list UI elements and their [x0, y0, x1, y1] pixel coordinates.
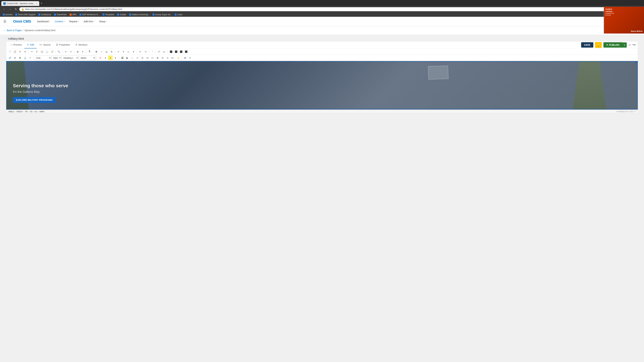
- new-document-button[interactable]: 📄: [8, 49, 12, 54]
- editor-content[interactable]: Serving those who serve It's the Gallena…: [6, 61, 638, 113]
- address-input[interactable]: [25, 8, 618, 10]
- indent-button[interactable]: ⇥: [143, 49, 148, 54]
- font-color-button[interactable]: A: [98, 55, 103, 60]
- bookmark-omni-support[interactable]: O Omni CMS Support: [14, 13, 36, 16]
- blockquote-button[interactable]: ": [150, 49, 155, 54]
- insert-pagebreak-button[interactable]: ↩: [135, 55, 140, 60]
- underline-button[interactable]: U: [104, 49, 109, 54]
- font-size-select[interactable]: 32px: [52, 55, 62, 60]
- accessibility-button[interactable]: ⊙: [165, 55, 170, 60]
- nav-addons[interactable]: Add-Ons ▾: [82, 19, 96, 24]
- insert-help-button[interactable]: ?: [28, 55, 32, 60]
- ordered-list-caret[interactable]: ▾: [131, 49, 136, 54]
- bookmark-gallena[interactable]: G Gallena University...: [128, 13, 150, 16]
- active-tab[interactable]: O Content Edit - /dynamic-conte... ×: [1, 1, 39, 6]
- align-left-button[interactable]: ⬛: [169, 49, 174, 54]
- hero-cta-button[interactable]: EXPLORE MILITARY PROGRAMS: [13, 97, 56, 103]
- redo-button[interactable]: ↪: [68, 49, 73, 54]
- tab-source[interactable]: <> Source: [37, 41, 53, 48]
- bookmark-templates[interactable]: T Templates: [101, 13, 116, 16]
- code-view-button[interactable]: <>: [150, 55, 155, 60]
- paste-text-button[interactable]: 📃: [44, 49, 49, 54]
- publish-dropdown-button[interactable]: ▾: [622, 42, 627, 48]
- nonbreaking-space-button[interactable]: ⊡: [145, 55, 150, 60]
- bookmark-learn[interactable]: L Learn: [174, 13, 184, 16]
- insert-hr-button[interactable]: —: [130, 55, 135, 60]
- outdent-button[interactable]: ⇤: [138, 49, 143, 54]
- sidebar-toggle-button[interactable]: ☰: [3, 19, 6, 23]
- paste-button[interactable]: 📋: [40, 49, 44, 54]
- new-tab-button[interactable]: +: [39, 1, 44, 6]
- crop-button[interactable]: ⊡: [160, 55, 165, 60]
- expand-button[interactable]: ⤢: [628, 43, 631, 47]
- nav-dashboard[interactable]: Dashboard ▾: [35, 19, 52, 24]
- insert-image-button[interactable]: 🖼: [120, 55, 124, 60]
- styles-select[interactable]: Styles: [79, 55, 96, 60]
- more-options-button[interactable]: •••: [632, 43, 636, 47]
- insert-snippet-button[interactable]: ✤: [18, 55, 22, 60]
- highlight-button[interactable]: A: [108, 55, 113, 60]
- bookmark-jira[interactable]: J JIRA: [68, 13, 78, 16]
- cut-button[interactable]: ✂: [30, 49, 34, 54]
- insert-special-button[interactable]: ⊞: [75, 49, 80, 54]
- bookmark-preview[interactable]: P preview: [2, 13, 14, 16]
- insert-anchor-button[interactable]: ⚓: [23, 55, 27, 60]
- close-tab-button[interactable]: ×: [36, 2, 37, 5]
- nav-content[interactable]: Content ▾: [53, 19, 66, 24]
- insert-gadget-button[interactable]: ⊞: [155, 55, 160, 60]
- insert-media-button[interactable]: ▶: [125, 55, 130, 60]
- bookmark-sharepoint[interactable]: S SharePoint: [53, 13, 68, 16]
- italic-button[interactable]: I: [99, 49, 104, 54]
- strikethrough-button[interactable]: S: [109, 49, 114, 54]
- undo-button[interactable]: ↩: [64, 49, 68, 54]
- tab-edit[interactable]: ✎ Edit: [24, 41, 37, 48]
- insert-symbol-button[interactable]: Ω: [140, 55, 145, 60]
- highlight-caret[interactable]: ▾: [113, 55, 118, 60]
- tab-versions[interactable]: ↺ Versions: [72, 41, 90, 48]
- superscript-button[interactable]: x²: [157, 49, 162, 54]
- history-back-button[interactable]: ↺: [23, 49, 27, 54]
- close-button[interactable]: ✕: [18, 49, 22, 54]
- tab-preview[interactable]: □ Preview: [8, 41, 24, 48]
- reload-button[interactable]: ↻: [14, 7, 18, 11]
- bookmark-confluence[interactable]: C Confluence: [37, 13, 52, 16]
- bold-button[interactable]: B: [94, 49, 99, 54]
- forward-nav-button[interactable]: →: [8, 7, 12, 11]
- insert-link-button[interactable]: 🔗: [8, 55, 12, 60]
- subscript-button[interactable]: x₂: [162, 49, 166, 54]
- insert-table-caret[interactable]: ▾: [188, 55, 192, 60]
- tiny-edit-icon[interactable]: ✎: [634, 110, 636, 113]
- tab-properties[interactable]: ☰ Properties: [53, 41, 72, 48]
- find-replace-button[interactable]: 🔍: [56, 49, 61, 54]
- bookmark-oucorp[interactable]: O oucorp Super Ad...: [151, 13, 173, 16]
- back-to-pages-link[interactable]: ← Back to Pages: [3, 29, 22, 32]
- spell-check-button[interactable]: A✓: [170, 55, 176, 60]
- insert-email-button[interactable]: ✉: [12, 55, 17, 60]
- font-color-caret[interactable]: ▾: [103, 55, 108, 60]
- unordered-list-button[interactable]: ≡: [116, 49, 121, 54]
- copy-button[interactable]: ⎘: [34, 49, 39, 54]
- ordered-list-button[interactable]: 1.: [126, 49, 131, 54]
- nav-reports[interactable]: Reports ▾: [67, 19, 81, 24]
- nav-setup[interactable]: Setup ▾: [97, 19, 109, 24]
- templates-button[interactable]: 📋: [12, 49, 17, 54]
- save-button[interactable]: SAVE: [581, 42, 593, 48]
- selection-handle-topleft[interactable]: [6, 61, 8, 63]
- align-center-button[interactable]: ⬛: [174, 49, 178, 54]
- align-justify-button[interactable]: ⬛: [184, 49, 188, 54]
- unordered-list-caret[interactable]: ▾: [121, 49, 126, 54]
- bookmark-adp[interactable]: A ADP Workforce N...: [78, 13, 100, 16]
- insert-table-button[interactable]: ⊞: [183, 55, 188, 60]
- align-right-button[interactable]: ⬛: [179, 49, 184, 54]
- heading-select[interactable]: Heading 1: [62, 55, 79, 60]
- lightbulb-button[interactable]: 💡: [595, 42, 602, 48]
- back-nav-button[interactable]: ←: [2, 7, 6, 11]
- bookmark-guides[interactable]: G Guides: [116, 13, 127, 16]
- insert-special-caret[interactable]: ▾: [80, 49, 85, 54]
- paste-word-button[interactable]: 📝: [50, 49, 54, 54]
- publish-main-button[interactable]: ✦ PUBLISH: [604, 42, 622, 48]
- format-toggle-button[interactable]: ¶: [87, 49, 92, 54]
- font-family-select[interactable]: Arial: [34, 55, 51, 60]
- selection-handle-topright[interactable]: [636, 61, 638, 63]
- flash-button[interactable]: ⚡: [176, 55, 180, 60]
